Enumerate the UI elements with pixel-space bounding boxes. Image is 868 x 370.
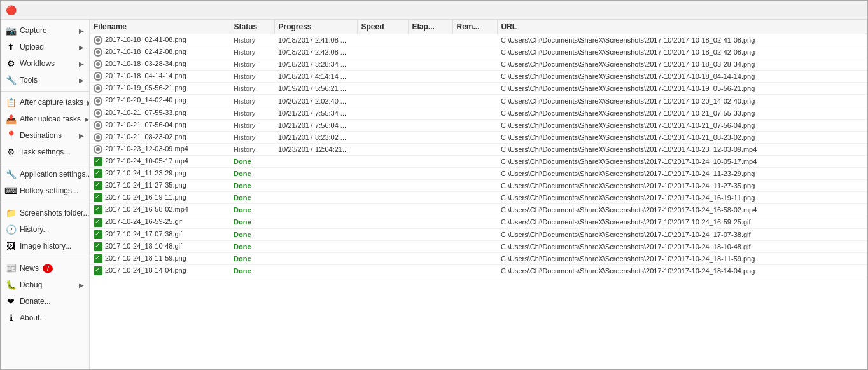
task-settings-icon: ⚙ (6, 147, 16, 157)
cell-speed-15 (357, 216, 408, 228)
column-header-progress[interactable]: Progress (274, 20, 357, 34)
column-header-filename[interactable]: Filename (90, 20, 230, 34)
sidebar-label-debug: Debug (20, 280, 42, 289)
cell-filename-12: 2017-10-24_11-27-35.png (90, 180, 230, 192)
table-row[interactable]: 2017-10-24_16-59-25.gifDoneC:\Users\Chi\… (90, 216, 867, 228)
cell-status-5: History (230, 95, 274, 107)
filename-text-1: 2017-10-18_02-42-08.png (105, 48, 186, 55)
column-header-url[interactable]: URL (497, 20, 867, 34)
sidebar-item-destinations[interactable]: 📍Destinations▶ (1, 127, 89, 144)
cell-url-16: C:\Users\Chi\Documents\ShareX\Screenshot… (497, 228, 867, 240)
cell-progress-19 (274, 264, 357, 277)
sidebar-label-capture: Capture (20, 26, 47, 35)
app-icon: 🔴 (6, 5, 16, 15)
history-table-container[interactable]: FilenameStatusProgressSpeedElap...Rem...… (90, 20, 867, 369)
image-history-icon: 🖼 (6, 241, 16, 251)
sidebar-item-screenshots-folder[interactable]: 📁Screenshots folder... (1, 205, 89, 221)
sidebar-item-image-history[interactable]: 🖼Image history... (1, 238, 89, 254)
donate-icon: ❤ (6, 296, 16, 306)
column-header-status[interactable]: Status (230, 20, 274, 34)
sidebar-item-tools[interactable]: 🔧Tools▶ (1, 72, 89, 88)
table-row[interactable]: 2017-10-24_16-58-02.mp4DoneC:\Users\Chi\… (90, 204, 867, 216)
cell-url-2: C:\Users\Chi\Documents\ShareX\Screenshot… (497, 58, 867, 71)
table-row[interactable]: 2017-10-18_02-42-08.pngHistory10/18/2017… (90, 46, 867, 58)
table-row[interactable]: 2017-10-23_12-03-09.mp4History10/23/2017… (90, 143, 867, 155)
hotkey-settings-icon: ⌨ (6, 186, 16, 196)
table-row[interactable]: 2017-10-24_10-05-17.mp4DoneC:\Users\Chi\… (90, 155, 867, 167)
cell-speed-8 (357, 131, 408, 143)
table-row[interactable]: 2017-10-24_16-19-11.pngDoneC:\Users\Chi\… (90, 192, 867, 204)
sidebar-label-task-settings: Task settings... (20, 147, 70, 156)
table-row[interactable]: 2017-10-21_07-56-04.pngHistory10/21/2017… (90, 119, 867, 131)
table-row[interactable]: 2017-10-18_03-28-34.pngHistory10/18/2017… (90, 58, 867, 71)
table-row[interactable]: 2017-10-24_18-10-48.gifDoneC:\Users\Chi\… (90, 240, 867, 252)
debug-icon: 🐛 (6, 280, 16, 290)
sidebar-item-left-hotkey-settings: ⌨Hotkey settings... (6, 186, 78, 196)
maximize-button[interactable] (804, 1, 833, 20)
cell-speed-7 (357, 119, 408, 131)
table-row[interactable]: 2017-10-18_04-14-14.pngHistory10/18/2017… (90, 71, 867, 83)
sidebar-badge-news: 7 (43, 264, 53, 273)
sidebar-item-after-capture-tasks[interactable]: 📋After capture tasks▶ (1, 94, 89, 111)
close-button[interactable] (833, 1, 862, 20)
cell-url-5: C:\Users\Chi\Documents\ShareX\Screenshot… (497, 95, 867, 107)
sidebar-item-news[interactable]: 📰News7 (1, 260, 89, 277)
sidebar-item-after-upload-tasks[interactable]: 📤After upload tasks▶ (1, 111, 89, 127)
minimize-button[interactable] (774, 1, 804, 20)
sidebar-item-task-settings[interactable]: ⚙Task settings... (1, 144, 89, 160)
table-row[interactable]: 2017-10-21_08-23-02.pngHistory10/21/2017… (90, 131, 867, 143)
cell-status-9: History (230, 143, 274, 155)
table-row[interactable]: 2017-10-24_18-11-59.pngDoneC:\Users\Chi\… (90, 252, 867, 264)
table-row[interactable]: 2017-10-24_11-23-29.pngDoneC:\Users\Chi\… (90, 168, 867, 180)
table-row[interactable]: 2017-10-21_07-55-33.pngHistory10/21/2017… (90, 107, 867, 119)
sidebar-item-left-workflows: ⚙Workflows (6, 58, 55, 69)
table-row[interactable]: 2017-10-24_11-27-35.pngDoneC:\Users\Chi\… (90, 180, 867, 192)
cell-speed-5 (357, 95, 408, 107)
cell-filename-19: 2017-10-24_18-14-04.png (90, 264, 230, 277)
news-icon: 📰 (6, 263, 16, 273)
cell-remaining-17 (452, 240, 497, 252)
sidebar-item-about[interactable]: ℹAbout... (1, 310, 89, 326)
cell-url-13: C:\Users\Chi\Documents\ShareX\Screenshot… (497, 192, 867, 204)
circle-icon (94, 121, 102, 130)
cell-progress-8: 10/21/2017 8:23:02 ... (274, 131, 357, 143)
cell-status-10: Done (230, 155, 274, 167)
cell-speed-11 (357, 168, 408, 180)
tools-icon: 🔧 (6, 75, 16, 85)
cell-status-18: Done (230, 252, 274, 264)
filename-text-3: 2017-10-18_04-14-14.png (105, 72, 186, 79)
column-header-speed[interactable]: Speed (357, 20, 408, 34)
application-settings-icon: 🔧 (6, 169, 16, 179)
cell-filename-8: 2017-10-21_08-23-02.png (90, 131, 230, 143)
cell-filename-9: 2017-10-23_12-03-09.mp4 (90, 143, 230, 155)
sidebar-item-hotkey-settings[interactable]: ⌨Hotkey settings... (1, 182, 89, 199)
cell-remaining-7 (452, 119, 497, 131)
cell-progress-4: 10/19/2017 5:56:21 ... (274, 83, 357, 95)
table-row[interactable]: 2017-10-24_18-14-04.pngDoneC:\Users\Chi\… (90, 264, 867, 277)
table-row[interactable]: 2017-10-19_05-56-21.pngHistory10/19/2017… (90, 83, 867, 95)
sidebar-item-upload[interactable]: ⬆Upload▶ (1, 39, 89, 55)
cell-remaining-14 (452, 204, 497, 216)
column-header-elapsed[interactable]: Elap... (408, 20, 452, 34)
sidebar-item-donate[interactable]: ❤Donate... (1, 293, 89, 310)
table-row[interactable]: 2017-10-24_17-07-38.gifDoneC:\Users\Chi\… (90, 228, 867, 240)
cell-speed-4 (357, 83, 408, 95)
table-row[interactable]: 2017-10-20_14-02-40.pngHistory10/20/2017… (90, 95, 867, 107)
filename-text-12: 2017-10-24_11-27-35.png (105, 181, 186, 189)
history-icon: 🕐 (6, 224, 16, 235)
cell-speed-13 (357, 192, 408, 204)
sidebar-item-application-settings[interactable]: 🔧Application settings... (1, 166, 89, 182)
column-header-remaining[interactable]: Rem... (452, 20, 497, 34)
sidebar-item-debug[interactable]: 🐛Debug▶ (1, 277, 89, 293)
sidebar-item-workflows[interactable]: ⚙Workflows▶ (1, 55, 89, 72)
sidebar-item-history[interactable]: 🕐History... (1, 221, 89, 238)
cell-speed-1 (357, 46, 408, 58)
cell-url-1: C:\Users\Chi\Documents\ShareX\Screenshot… (497, 46, 867, 58)
title-bar: 🔴 (1, 1, 867, 20)
sidebar-item-capture[interactable]: 📷Capture▶ (1, 22, 89, 39)
sidebar-label-donate: Donate... (20, 297, 51, 306)
after-upload-tasks-icon: 📤 (6, 114, 16, 124)
cell-url-0: C:\Users\Chi\Documents\ShareX\Screenshot… (497, 34, 867, 46)
table-row[interactable]: 2017-10-18_02-41-08.pngHistory10/18/2017… (90, 34, 867, 46)
cell-elapsed-12 (408, 180, 452, 192)
